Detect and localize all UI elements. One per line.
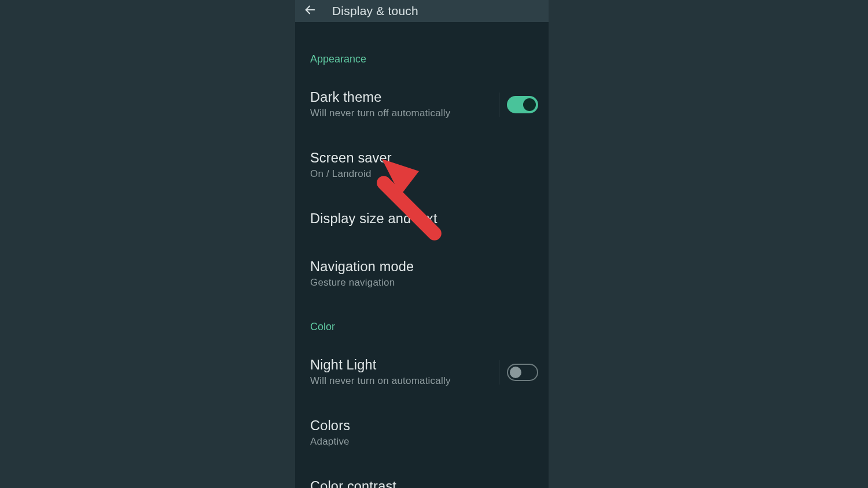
row-night-light[interactable]: Night Light Will never turn on automatic… <box>295 333 549 387</box>
row-dark-theme[interactable]: Dark theme Will never turn off automatic… <box>295 65 549 119</box>
section-header-appearance: Appearance <box>295 22 549 65</box>
colors-title: Colors <box>310 418 538 434</box>
night-light-toggle[interactable] <box>507 364 538 381</box>
settings-screen: Display & touch Appearance Dark theme Wi… <box>295 0 549 488</box>
section-header-color: Color <box>295 289 549 333</box>
arrow-left-icon <box>304 3 317 19</box>
row-display-size-text[interactable]: Display size and text <box>295 180 549 227</box>
night-light-switch-container <box>499 364 538 381</box>
page-title: Display & touch <box>332 4 418 18</box>
dark-theme-switch-container <box>499 96 538 113</box>
row-color-contrast[interactable]: Color contrast Default <box>295 448 549 488</box>
navigation-mode-subtitle: Gesture navigation <box>310 277 538 289</box>
dark-theme-toggle[interactable] <box>507 96 538 113</box>
back-button[interactable] <box>302 3 318 19</box>
row-screen-saver[interactable]: Screen saver On / Landroid <box>295 119 549 180</box>
dark-theme-title: Dark theme <box>310 90 494 105</box>
settings-content: Appearance Dark theme Will never turn of… <box>295 22 549 488</box>
top-app-bar: Display & touch <box>295 0 549 22</box>
dark-theme-subtitle: Will never turn off automatically <box>310 108 494 119</box>
display-size-text-title: Display size and text <box>310 211 538 227</box>
colors-subtitle: Adaptive <box>310 436 538 448</box>
screen-saver-subtitle: On / Landroid <box>310 168 538 180</box>
screen-saver-title: Screen saver <box>310 150 538 166</box>
navigation-mode-title: Navigation mode <box>310 259 538 275</box>
row-colors[interactable]: Colors Adaptive <box>295 387 549 448</box>
night-light-title: Night Light <box>310 357 494 373</box>
row-navigation-mode[interactable]: Navigation mode Gesture navigation <box>295 227 549 289</box>
night-light-subtitle: Will never turn on automatically <box>310 375 494 387</box>
color-contrast-title: Color contrast <box>310 479 538 488</box>
